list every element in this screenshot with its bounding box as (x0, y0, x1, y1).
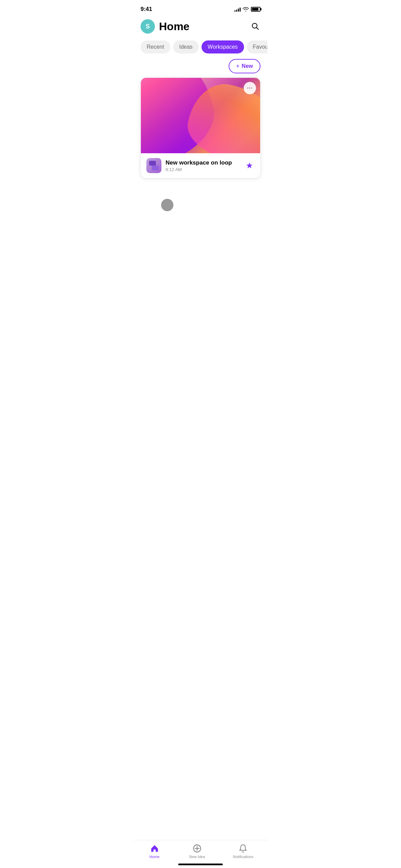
tab-workspaces[interactable]: Workspaces (202, 40, 244, 53)
battery-icon (251, 7, 260, 12)
loading-dot (161, 199, 173, 211)
icon-card2 (152, 166, 159, 170)
tabs-container: Recent Ideas Workspaces Favourites (134, 38, 267, 59)
new-btn-container: + New (134, 59, 267, 77)
empty-area (134, 178, 267, 211)
card-time: 8:12 AM (166, 167, 232, 172)
header: S Home (134, 16, 267, 38)
status-time: 9:41 (141, 6, 152, 13)
card-image: ··· (141, 78, 260, 153)
avatar[interactable]: S (141, 19, 155, 34)
signal-icon (234, 7, 241, 12)
new-button[interactable]: + New (229, 59, 260, 73)
star-icon: ★ (246, 161, 253, 170)
page-title: Home (159, 20, 190, 33)
favourite-button[interactable]: ★ (244, 159, 255, 172)
workspace-icon (146, 158, 161, 173)
card-more-button[interactable]: ··· (244, 82, 256, 94)
card-text-info: New workspace on loop 8:12 AM (166, 159, 232, 172)
search-button[interactable] (250, 21, 260, 33)
status-bar: 9:41 (134, 0, 267, 16)
tab-recent[interactable]: Recent (141, 40, 170, 53)
wifi-icon (243, 7, 249, 12)
svg-line-1 (257, 27, 259, 29)
card-artwork (141, 78, 260, 153)
header-left: S Home (141, 19, 190, 34)
new-plus-icon: + (236, 63, 240, 69)
tab-ideas[interactable]: Ideas (173, 40, 199, 53)
card-info: New workspace on loop 8:12 AM ★ (141, 153, 260, 178)
more-dots-icon: ··· (247, 85, 253, 91)
search-icon (251, 22, 259, 30)
icon-card1 (149, 161, 156, 166)
card-info-left: New workspace on loop 8:12 AM (146, 158, 232, 173)
card-container: ··· New workspace on loop 8:12 AM ★ (134, 77, 267, 178)
tab-favourites[interactable]: Favourites (247, 40, 267, 53)
workspace-card[interactable]: ··· New workspace on loop 8:12 AM ★ (141, 77, 260, 178)
workspace-icon-inner (149, 161, 159, 170)
new-button-label: New (242, 63, 253, 69)
card-title: New workspace on loop (166, 159, 232, 166)
status-icons (234, 7, 260, 12)
